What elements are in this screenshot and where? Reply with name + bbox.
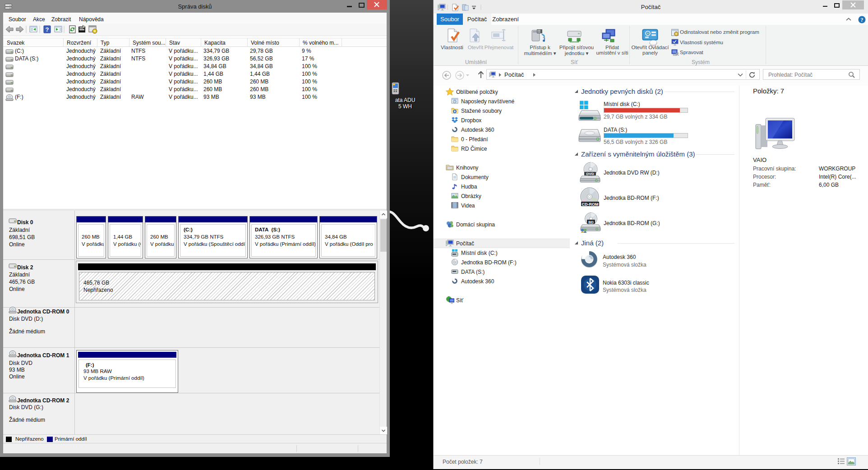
svg-text:?: ? bbox=[861, 17, 863, 23]
svg-text:CD-ROM: CD-ROM bbox=[582, 202, 599, 207]
svg-text:?: ? bbox=[46, 26, 49, 33]
svg-text:DVD: DVD bbox=[586, 172, 594, 176]
svg-text:BD: BD bbox=[588, 220, 594, 224]
